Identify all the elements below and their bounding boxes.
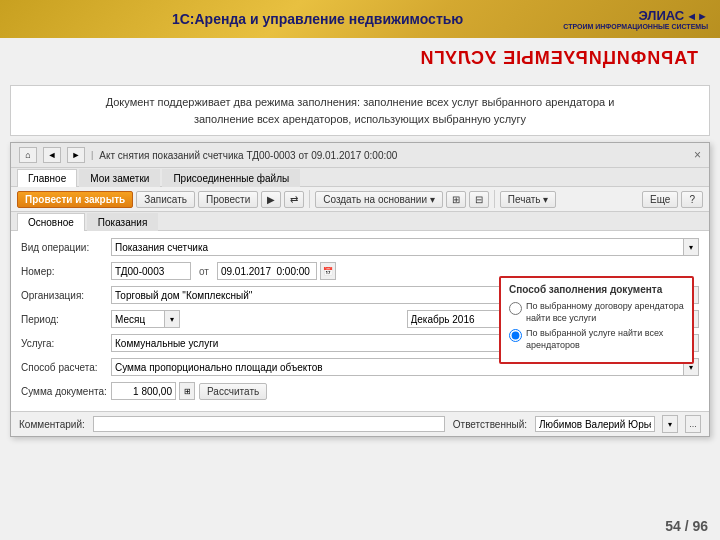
icon-button-1[interactable]: ▶: [261, 191, 281, 208]
pay-method-label: Способ расчета:: [21, 362, 111, 373]
resp-select-btn[interactable]: …: [685, 415, 701, 433]
popup-title: Способ заполнения документа: [509, 284, 684, 295]
dropdown-arrow-print: ▾: [543, 194, 548, 205]
doc-titlebar-left: ⌂ ◄ ► | Акт снятия показаний счетчика ТД…: [19, 147, 397, 163]
print-button[interactable]: Печать ▾: [500, 191, 557, 208]
post-button[interactable]: Провести: [198, 191, 258, 208]
dropdown-arrow-create: ▾: [430, 194, 435, 205]
more-button[interactable]: Еще: [642, 191, 678, 208]
vid-oper-dropdown[interactable]: ▾: [683, 238, 699, 256]
section-title-area: ТАРИФИЦИРУЕМЫЕ УСЛУГИ: [0, 38, 720, 79]
tab-attached[interactable]: Присоединенные файлы: [162, 169, 300, 187]
from-label: от: [199, 266, 209, 277]
info-line1: Документ поддерживает два режима заполне…: [23, 94, 697, 111]
date-picker-btn[interactable]: 📅: [320, 262, 336, 280]
create-base-label: Создать на основании: [323, 194, 427, 205]
period-type-field: ▾: [111, 310, 404, 328]
info-line2: заполнение всех арендаторов, использующи…: [23, 111, 697, 128]
tab-readings[interactable]: Показания: [87, 213, 158, 231]
radio-1[interactable]: [509, 302, 522, 315]
home-button[interactable]: ⌂: [19, 147, 37, 163]
radio-2-label: По выбранной услуге найти всех арендатор…: [526, 328, 684, 351]
resp-dropdown[interactable]: ▾: [662, 415, 678, 433]
period-type-dropdown[interactable]: ▾: [164, 310, 180, 328]
bottom-bar: Комментарий: Ответственный: ▾ …: [11, 411, 709, 436]
service-label: Услуга:: [21, 338, 111, 349]
radio-1-label: По выбранному договору арендатора найти …: [526, 301, 684, 324]
nomer-row: от 📅: [111, 262, 336, 280]
help-button[interactable]: ?: [681, 191, 703, 208]
org-label: Организация:: [21, 290, 111, 301]
comment-label: Комментарий:: [19, 419, 85, 430]
toolbar-separator-2: [494, 190, 495, 208]
row-sum: Сумма документа: ⊞ Рассчитать: [21, 381, 699, 401]
document-window: ⌂ ◄ ► | Акт снятия показаний счетчика ТД…: [10, 142, 710, 437]
nav-tabs: Главное Мои заметки Присоединенные файлы: [11, 168, 709, 187]
icon-button-4[interactable]: ⊟: [469, 191, 489, 208]
radio-row-2: По выбранной услуге найти всех арендатор…: [509, 328, 684, 351]
date-input[interactable]: [217, 262, 317, 280]
sum-field: ⊞ Рассчитать: [111, 382, 267, 400]
resp-label: Ответственный:: [453, 419, 527, 430]
icon-button-3[interactable]: ⊞: [446, 191, 466, 208]
form-area: Вид операции: ▾ Номер: от 📅 Организация:…: [11, 231, 709, 411]
vid-oper-input[interactable]: [111, 238, 684, 256]
tab-basic[interactable]: Основное: [17, 213, 85, 231]
row-vid-oper: Вид операции: ▾: [21, 237, 699, 257]
app-header: 1С:Аренда и управление недвижимостью ЭЛИ…: [0, 0, 720, 38]
calc-button[interactable]: Рассчитать: [199, 383, 267, 400]
sum-label: Сумма документа:: [21, 386, 111, 397]
save-button[interactable]: Записать: [136, 191, 195, 208]
period-label: Период:: [21, 314, 111, 325]
close-button[interactable]: ×: [694, 148, 701, 162]
comment-input[interactable]: [93, 416, 445, 432]
tab-main[interactable]: Главное: [17, 169, 77, 187]
popup-box: Способ заполнения документа По выбранном…: [499, 276, 694, 364]
forward-button[interactable]: ►: [67, 147, 85, 163]
sum-input[interactable]: [111, 382, 176, 400]
toolbar-separator: [309, 190, 310, 208]
print-label: Печать: [508, 194, 541, 205]
nomer-input[interactable]: [111, 262, 191, 280]
logo-area: ЭЛИАС ◄► СТРОИМ ИНФОРМАЦИОННЫЕ СИСТЕМЫ: [563, 8, 708, 30]
form-tabs: Основное Показания: [11, 212, 709, 231]
save-close-button[interactable]: Провести и закрыть: [17, 191, 133, 208]
logo-main: ЭЛИАС: [639, 8, 685, 23]
toolbar-right: Еще ?: [642, 191, 703, 208]
breadcrumb-sep: |: [91, 150, 93, 160]
info-box: Документ поддерживает два режима заполне…: [10, 85, 710, 136]
period-type-input[interactable]: [111, 310, 165, 328]
tab-notes[interactable]: Мои заметки: [79, 169, 160, 187]
doc-titlebar: ⌂ ◄ ► | Акт снятия показаний счетчика ТД…: [11, 143, 709, 168]
app-title: 1С:Аренда и управление недвижимостью: [72, 11, 563, 27]
logo-sub: СТРОИМ ИНФОРМАЦИОННЫЕ СИСТЕМЫ: [563, 23, 708, 30]
sum-calc-icon[interactable]: ⊞: [179, 382, 195, 400]
icon-button-2[interactable]: ⇄: [284, 191, 304, 208]
vid-oper-field: ▾: [111, 238, 699, 256]
vid-oper-label: Вид операции:: [21, 242, 111, 253]
section-title: ТАРИФИЦИРУЕМЫЕ УСЛУГИ: [10, 42, 710, 75]
back-button[interactable]: ◄: [43, 147, 61, 163]
radio-row-1: По выбранному договору арендатора найти …: [509, 301, 684, 324]
radio-2[interactable]: [509, 329, 522, 342]
toolbar: Провести и закрыть Записать Провести ▶ ⇄…: [11, 187, 709, 212]
resp-input[interactable]: [535, 416, 655, 432]
nomer-label: Номер:: [21, 266, 111, 277]
page-number: 54 / 96: [665, 518, 708, 534]
doc-title: Акт снятия показаний счетчика ТД00-0003 …: [99, 150, 397, 161]
create-base-button[interactable]: Создать на основании ▾: [315, 191, 443, 208]
